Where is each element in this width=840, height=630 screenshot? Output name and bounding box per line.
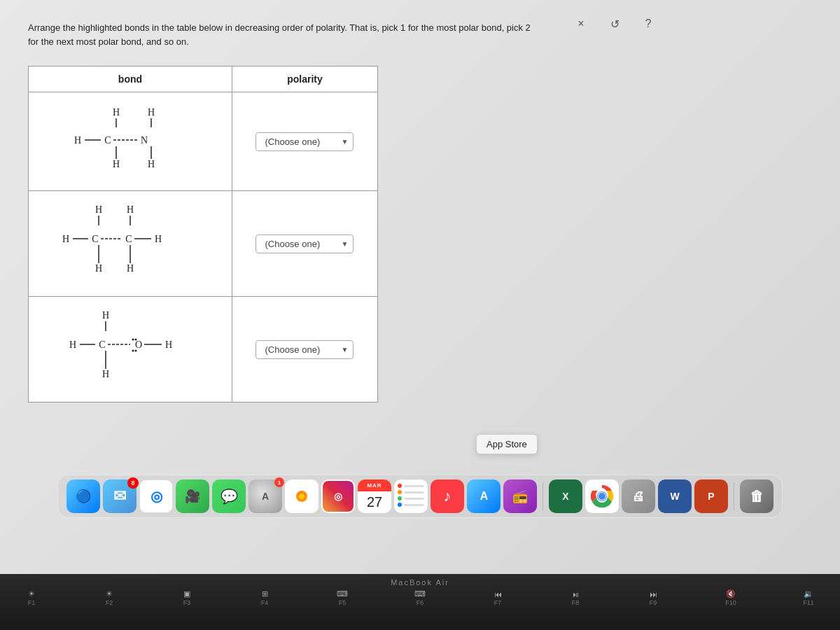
calendar-day: 27	[367, 491, 382, 513]
molecule-cc: H H H C C	[50, 202, 211, 286]
help-button[interactable]: ?	[638, 14, 658, 34]
fn-key-f2[interactable]: ☀ F2	[92, 589, 127, 606]
choose-one-cc-select[interactable]: (Choose one) 1 2 3	[255, 234, 354, 253]
mail-badge: 8	[127, 477, 139, 489]
fn-key-f3[interactable]: ▣ F3	[169, 589, 204, 606]
fn-key-f10[interactable]: 🔇 F10	[713, 589, 748, 606]
choose-one-cn-select[interactable]: (Choose one) 1 2 3	[255, 132, 354, 151]
molecule-cc-cell: H H H C C	[29, 191, 232, 297]
dock-item-chrome[interactable]	[585, 479, 619, 513]
svg-text:N: N	[141, 135, 148, 146]
choose-one-cc-wrapper[interactable]: (Choose one) 1 2 3	[255, 234, 354, 253]
dock-item-mail[interactable]: ✉ 8	[103, 479, 136, 513]
dock-item-spotlight[interactable]: A 1	[248, 479, 282, 513]
refresh-button[interactable]: ↺	[605, 14, 624, 34]
fn-key-f4[interactable]: ⊞ F4	[247, 589, 282, 606]
choose-one-co-select[interactable]: (Choose one) 1 2 3	[255, 340, 354, 359]
brightness-up-icon: ☀	[106, 589, 113, 598]
f8-label: F8	[572, 599, 580, 606]
polarity-table: bond polarity H H	[28, 66, 378, 402]
svg-text:H: H	[148, 107, 155, 118]
molecule-co-cell: H H C O	[29, 297, 232, 402]
reminder-item	[398, 490, 424, 494]
fn-key-f7[interactable]: ⏮ F7	[480, 590, 515, 606]
app-store-tooltip: App Store	[476, 434, 538, 454]
instructions-text: Arrange the highlighted bonds in the tab…	[28, 21, 532, 48]
svg-text:H: H	[69, 340, 76, 350]
dock-item-word[interactable]: W	[658, 479, 692, 513]
svg-text:H: H	[165, 340, 172, 350]
dock-item-appstore[interactable]: A	[467, 479, 500, 513]
dock-item-messages[interactable]: 💬	[212, 479, 246, 513]
dock-item-reminders[interactable]	[394, 479, 428, 513]
svg-text:C: C	[104, 135, 111, 146]
svg-text:H: H	[74, 135, 81, 146]
dock-item-podcasts[interactable]: 📻	[503, 479, 537, 513]
fast-forward-icon: ⏭	[650, 590, 657, 598]
svg-text:C: C	[125, 234, 132, 244]
macbook-label: MacBook Air	[0, 574, 840, 588]
reminder-dot	[398, 484, 402, 488]
dock-item-facetime[interactable]: 🎥	[176, 479, 209, 513]
reminder-bar	[404, 485, 424, 487]
svg-text:H: H	[62, 234, 69, 244]
fn-key-f5[interactable]: ⌨ F5	[325, 589, 360, 606]
dock-item-powerpoint[interactable]: P	[694, 479, 728, 513]
svg-point-38	[134, 350, 136, 352]
f6-label: F6	[416, 599, 424, 606]
dock-item-music[interactable]: ♪	[430, 479, 464, 513]
mission-control-icon: ▣	[183, 589, 190, 598]
svg-text:O: O	[135, 340, 142, 350]
fn-key-f9[interactable]: ⏭ F9	[636, 590, 671, 606]
dock-item-safari[interactable]: ◎	[139, 479, 173, 513]
reminder-bar	[404, 504, 424, 506]
col-polarity: polarity	[232, 66, 377, 92]
reminder-dot	[398, 496, 402, 500]
molecule-co-svg: H H C O	[60, 307, 200, 391]
f9-label: F9	[650, 599, 657, 606]
svg-text:H: H	[113, 107, 120, 118]
keyboard-area: MacBook Air ☀ F1 ☀ F2 ▣ F3 ⊞ F4 ⌨ F5 ⌨ F…	[0, 574, 840, 630]
svg-point-44	[299, 493, 304, 499]
toolbar: × ↺ ?	[571, 14, 658, 34]
svg-text:C: C	[99, 340, 105, 350]
molecule-co: H H C O	[50, 307, 211, 391]
dock-item-calendar[interactable]: MAR 27	[358, 479, 391, 513]
f3-label: F3	[183, 599, 191, 606]
dock-item-photos[interactable]	[285, 479, 318, 513]
dock-item-instagram[interactable]: ◎	[321, 479, 355, 513]
spotlight-badge: 1	[274, 477, 284, 487]
polarity-cc-cell: (Choose one) 1 2 3	[232, 191, 377, 297]
table-row: H H H C C	[29, 191, 378, 297]
f1-label: F1	[28, 599, 36, 606]
f2-label: F2	[106, 599, 113, 606]
svg-text:H: H	[102, 369, 109, 379]
volume-mute-icon: 🔇	[726, 589, 736, 598]
choose-one-co-wrapper[interactable]: (Choose one) 1 2 3	[255, 340, 354, 359]
molecule-cn: H H H C	[50, 103, 211, 180]
brightness-down-icon: ☀	[28, 589, 35, 598]
dock: 🔵 ✉ 8 ◎ 🎥 💬 A 1	[57, 475, 783, 518]
svg-text:H: H	[127, 204, 134, 215]
dock-item-printer[interactable]: 🖨	[622, 479, 655, 513]
svg-text:H: H	[113, 159, 120, 169]
reminder-dot	[398, 490, 402, 494]
dock-item-trash[interactable]: 🗑	[740, 479, 774, 513]
fn-key-f1[interactable]: ☀ F1	[14, 589, 49, 606]
content-area: Arrange the highlighted bonds in the tab…	[0, 0, 560, 424]
table-row: H H H C	[29, 92, 378, 191]
reminder-item	[398, 503, 424, 507]
dock-item-finder[interactable]: 🔵	[66, 479, 100, 513]
polarity-cn-cell: (Choose one) 1 2 3	[232, 92, 377, 191]
dock-item-excel[interactable]: X	[549, 479, 582, 513]
dock-separator	[542, 482, 543, 510]
choose-one-cn-wrapper[interactable]: (Choose one) 1 2 3	[255, 132, 354, 151]
fn-key-f11[interactable]: 🔉 F11	[791, 589, 826, 606]
close-button[interactable]: ×	[571, 14, 591, 34]
fn-key-f8[interactable]: ⏯ F8	[558, 590, 593, 606]
f11-label: F11	[803, 599, 814, 606]
keyboard-backlight-up-icon: ⌨	[414, 589, 426, 598]
fn-key-f6[interactable]: ⌨ F6	[402, 589, 438, 606]
fn-keys-row: ☀ F1 ☀ F2 ▣ F3 ⊞ F4 ⌨ F5 ⌨ F6 ⏮ F7 ⏯ F8	[0, 588, 840, 608]
launchpad-icon: ⊞	[262, 589, 268, 598]
